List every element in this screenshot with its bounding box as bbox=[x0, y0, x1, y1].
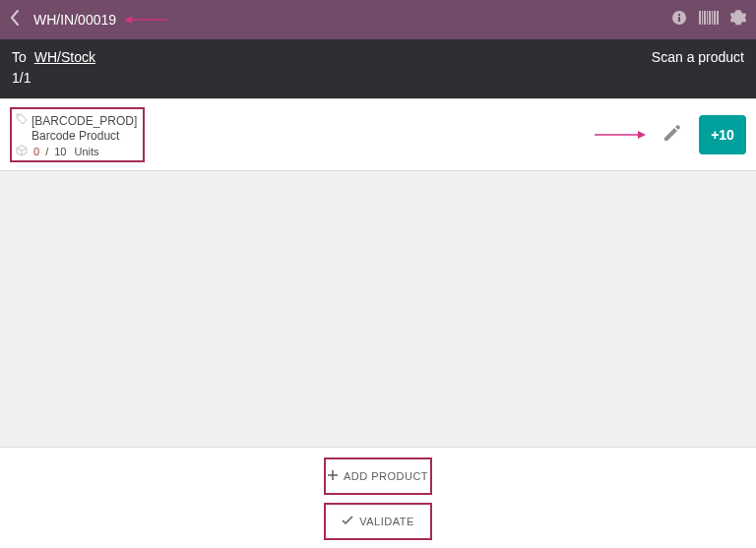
topbar-actions bbox=[671, 10, 746, 30]
add-product-label: ADD PRODUCT bbox=[344, 470, 428, 482]
cube-icon bbox=[16, 145, 28, 158]
svg-rect-8 bbox=[709, 11, 711, 25]
tag-icon bbox=[16, 113, 28, 128]
svg-rect-6 bbox=[704, 11, 706, 25]
svg-rect-9 bbox=[712, 11, 713, 25]
svg-rect-4 bbox=[699, 11, 701, 25]
svg-rect-3 bbox=[678, 14, 680, 16]
svg-rect-7 bbox=[707, 11, 708, 25]
increment-label: +10 bbox=[711, 127, 734, 143]
svg-rect-11 bbox=[717, 11, 719, 25]
increment-button[interactable]: +10 bbox=[699, 115, 746, 154]
validate-button[interactable]: VALIDATE bbox=[324, 503, 432, 540]
svg-rect-5 bbox=[702, 11, 703, 25]
gear-icon[interactable] bbox=[730, 10, 746, 30]
info-icon[interactable] bbox=[671, 10, 687, 30]
to-label: To bbox=[12, 49, 27, 65]
annotation-arrow-title bbox=[124, 11, 167, 29]
qty-expected: 10 bbox=[54, 146, 66, 157]
content-area: [BARCODE_PROD] Barcode Product 0 / 10 Un… bbox=[0, 98, 756, 447]
subheader: To WH/Stock 1/1 Scan a product bbox=[0, 39, 756, 98]
annotation-arrow-edit bbox=[595, 126, 646, 144]
destination-link[interactable]: WH/Stock bbox=[34, 49, 95, 65]
svg-rect-2 bbox=[678, 17, 680, 22]
barcode-icon[interactable] bbox=[699, 11, 719, 29]
svg-point-12 bbox=[18, 115, 20, 117]
product-name: Barcode Product bbox=[32, 129, 137, 143]
add-product-button[interactable]: ADD PRODUCT bbox=[324, 457, 432, 495]
scan-prompt: Scan a product bbox=[652, 47, 744, 65]
plus-icon bbox=[328, 469, 338, 483]
footer: ADD PRODUCT VALIDATE bbox=[0, 447, 756, 548]
svg-rect-10 bbox=[714, 11, 716, 25]
page-counter: 1/1 bbox=[12, 68, 95, 89]
edit-button[interactable] bbox=[662, 122, 683, 148]
topbar: WH/IN/00019 bbox=[0, 0, 756, 39]
qty-uom: Units bbox=[74, 146, 98, 157]
product-sku: [BARCODE_PROD] bbox=[32, 114, 137, 128]
product-row[interactable]: [BARCODE_PROD] Barcode Product 0 / 10 Un… bbox=[0, 99, 756, 171]
qty-separator: / bbox=[45, 146, 48, 157]
back-icon[interactable] bbox=[10, 10, 20, 30]
validate-label: VALIDATE bbox=[359, 516, 414, 527]
page-title[interactable]: WH/IN/00019 bbox=[33, 12, 116, 28]
check-icon bbox=[342, 515, 353, 528]
product-info-box: [BARCODE_PROD] Barcode Product 0 / 10 Un… bbox=[10, 107, 145, 162]
qty-done: 0 bbox=[33, 146, 39, 157]
scroll-area[interactable]: [BARCODE_PROD] Barcode Product 0 / 10 Un… bbox=[0, 99, 756, 447]
